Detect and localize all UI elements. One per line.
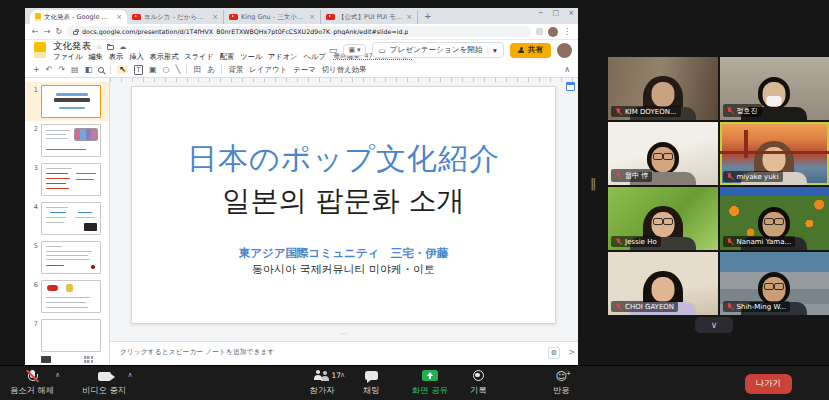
address-bar[interactable]: docs.google.com/presentation/d/1T4fHVX_B…: [67, 26, 531, 37]
back-icon[interactable]: ←: [32, 27, 39, 36]
menu-format[interactable]: 表示形式: [150, 52, 179, 62]
background-button[interactable]: 背景: [228, 65, 243, 75]
slide-thumbnail-1[interactable]: 1: [25, 82, 109, 121]
tab-youtube-2[interactable]: King Gnu - 三文小説 - YouTube ×: [224, 10, 321, 24]
video-tile-hatanaka[interactable]: 畠中 惇: [608, 122, 718, 185]
sidepanel-expand-icon[interactable]: >: [568, 348, 575, 357]
tab-slides[interactable]: 文化発表 - Google スライド ×: [30, 10, 127, 24]
participants-options-chevron[interactable]: ∧: [340, 371, 345, 379]
new-slide-icon[interactable]: +: [33, 65, 40, 74]
new-tab-button[interactable]: +: [418, 11, 438, 21]
forward-icon[interactable]: →: [44, 27, 51, 36]
maximize-icon[interactable]: □: [553, 9, 560, 17]
tab-close-icon[interactable]: ×: [406, 13, 412, 21]
stop-video-button[interactable]: ∧ 비디오 중지: [82, 369, 126, 396]
menu-help[interactable]: ヘルプ: [303, 52, 325, 62]
meet-present-button[interactable]: ▣ ▾: [343, 44, 365, 56]
slide-byline-japanese[interactable]: 東アジア国際コミュニティ 三宅・伊藤: [132, 246, 555, 261]
present-display-icon[interactable]: ▭: [329, 45, 338, 55]
share-screen-button[interactable]: 화면 공유: [412, 369, 448, 396]
print-icon[interactable]: ▤: [71, 65, 79, 74]
leave-meeting-button[interactable]: 나가기: [745, 374, 793, 394]
google-slides-logo[interactable]: [34, 42, 46, 58]
video-tile-miyake-yuki[interactable]: miyake yuki: [720, 122, 829, 185]
insert-image-icon[interactable]: ▣: [149, 65, 157, 74]
tab-close-icon[interactable]: ×: [212, 13, 218, 21]
font-icon[interactable]: あ: [207, 64, 215, 75]
slide-thumbnail-3[interactable]: 3: [25, 160, 109, 199]
notes-settings-button[interactable]: ⚙: [548, 347, 560, 359]
tab-youtube-1[interactable]: ヨルシカ - だから僕は音楽を辞めた ×: [127, 10, 224, 24]
tab-youtube-3[interactable]: 【公式】PUI PUI モルカー 第1話 ×: [321, 10, 418, 24]
tab-close-icon[interactable]: ×: [116, 13, 122, 21]
tab-close-icon[interactable]: ×: [309, 13, 315, 21]
slide-thumbnail-5[interactable]: 5: [25, 238, 109, 277]
browser-menu-icon[interactable]: ⋮: [563, 27, 571, 36]
calendar-sidepanel-icon[interactable]: [566, 82, 575, 91]
share-button[interactable]: 共有: [510, 43, 551, 58]
participant-name: KIM DOYEON...: [625, 108, 677, 116]
layout-button[interactable]: レイアウト: [249, 65, 287, 75]
menu-slide[interactable]: スライド: [184, 52, 213, 62]
collapse-toolbar-icon[interactable]: ∧: [564, 65, 570, 74]
video-tile-jeong-hojin[interactable]: 정호진: [720, 57, 829, 120]
audio-options-chevron[interactable]: ∧: [55, 371, 60, 379]
collapse-video-grid-button[interactable]: ∨: [695, 317, 733, 333]
slide-thumbnail-4[interactable]: 4: [25, 199, 109, 238]
minimize-icon[interactable]: −: [538, 9, 544, 17]
text-box-icon[interactable]: T: [134, 65, 143, 75]
redo-icon[interactable]: ↷: [58, 65, 65, 74]
menu-addons[interactable]: アドオン: [268, 52, 297, 62]
panel-drag-handle[interactable]: ‖: [590, 176, 597, 191]
video-tile-choi-gayeon[interactable]: CHOI GAYEON: [608, 252, 718, 315]
zoom-tool-icon[interactable]: [98, 67, 104, 73]
video-tile-kim-doyeon[interactable]: KIM DOYEON...: [608, 57, 718, 120]
filmstrip-view-icon[interactable]: [41, 356, 51, 363]
browser-profile-avatar[interactable]: [548, 27, 558, 37]
menu-arrange[interactable]: 配置: [220, 52, 234, 62]
account-avatar[interactable]: [557, 43, 572, 58]
menu-file[interactable]: ファイル: [53, 52, 82, 62]
menu-view[interactable]: 表示: [109, 52, 123, 62]
select-tool-icon[interactable]: ↖: [117, 65, 128, 74]
menu-insert[interactable]: 挿入: [129, 52, 143, 62]
participant-name: Nanami Yama...: [737, 238, 792, 246]
reactions-button[interactable]: ☺+ 반응: [553, 369, 570, 396]
participants-button[interactable]: 17 ∧ 참가자: [300, 369, 344, 396]
star-icon[interactable]: ☆: [96, 43, 102, 51]
speaker-notes[interactable]: クリックするとスピーカー ノートを追加できます ⚙: [110, 341, 578, 365]
undo-icon[interactable]: ↶: [46, 65, 53, 74]
video-tile-nanami-yama[interactable]: Nanami Yama...: [720, 187, 829, 250]
transition-button[interactable]: 切り替え効果: [322, 65, 367, 75]
menu-edit[interactable]: 編集: [88, 52, 102, 62]
paint-format-icon[interactable]: ◧: [85, 65, 93, 74]
menu-tools[interactable]: ツール: [240, 52, 262, 62]
display-icon: ▣: [348, 46, 355, 54]
current-slide[interactable]: 日本のポップ文化紹介 일본의 팝문화 소개 東アジア国際コミュニティ 三宅・伊藤…: [131, 86, 556, 324]
chat-button[interactable]: 채팅: [363, 369, 380, 396]
insert-table-icon[interactable]: 田: [193, 64, 201, 75]
record-button[interactable]: 기록: [470, 369, 487, 396]
video-tile-shih-ming[interactable]: Shih-Ming W...: [720, 252, 829, 315]
move-folder-icon[interactable]: [107, 45, 114, 50]
notes-resize-handle[interactable]: ⋯: [340, 330, 348, 338]
start-presentation-button[interactable]: ▭ プレゼンテーションを開始 | ▾: [372, 42, 504, 58]
slide-thumbnail-2[interactable]: 2: [25, 121, 109, 160]
close-icon[interactable]: ×: [568, 9, 574, 17]
video-options-chevron[interactable]: ∧: [128, 371, 133, 379]
video-tile-jessie-ho[interactable]: Jessie Ho: [608, 187, 718, 250]
insert-shape-icon[interactable]: ○: [162, 65, 169, 74]
dropdown-icon[interactable]: ▾: [493, 46, 497, 55]
unmute-button[interactable]: ∧ 음소거 해제: [10, 369, 54, 396]
grid-view-icon[interactable]: [84, 356, 93, 363]
reload-icon[interactable]: ↻: [55, 27, 62, 36]
slide-title-korean[interactable]: 일본의 팝문화 소개: [132, 182, 555, 220]
slide-thumbnail-7[interactable]: 7: [25, 316, 109, 355]
insert-line-icon[interactable]: ╲: [175, 65, 180, 74]
extensions-icon[interactable]: [536, 28, 543, 35]
browser-tab-strip: 文化発表 - Google スライド × ヨルシカ - だから僕は音楽を辞めた …: [25, 8, 578, 24]
slide-thumbnail-6[interactable]: 6: [25, 277, 109, 316]
slide-byline-korean[interactable]: 동아시아 국제커뮤니티 미야케・이토: [132, 262, 555, 277]
slide-title-japanese[interactable]: 日本のポップ文化紹介: [132, 139, 555, 180]
theme-button[interactable]: テーマ: [293, 65, 316, 75]
